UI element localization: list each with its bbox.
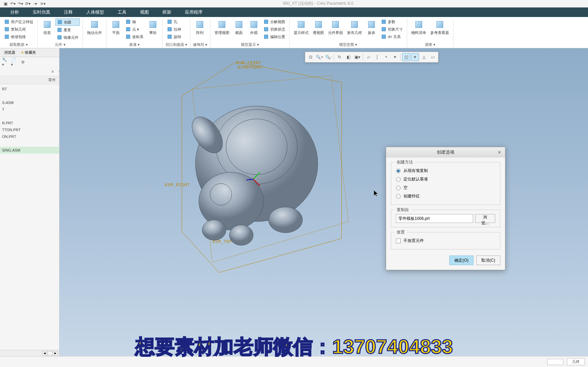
ribbon-group-label: 获取数据 ▾	[3, 41, 35, 47]
togstat-icon[interactable]: 切换状态	[262, 26, 287, 33]
repeat-icon[interactable]: 重复	[55, 27, 80, 33]
model-tree[interactable]: RTS.ASMTR.PRTTTON.PRTON.PRTSING.ASM	[0, 84, 59, 350]
ribbon-group: 物料清单参考查看器调查 ▾	[407, 18, 453, 47]
shrinkwrap-icon[interactable]: 收缩包络	[3, 33, 35, 40]
rel-icon[interactable]: d= 关系	[380, 33, 404, 40]
persp-icon[interactable]: 透视图	[311, 18, 325, 36]
create-icon[interactable]: 创建	[55, 18, 80, 26]
bom-icon[interactable]: 物料清单	[410, 18, 428, 36]
refit-icon[interactable]: ⊡	[307, 53, 315, 61]
extrude-icon[interactable]: 拉伸	[166, 26, 183, 33]
radio-option[interactable]: 从现有项复制	[396, 167, 495, 175]
scroll-right-icon[interactable]: ▶	[53, 351, 58, 356]
undo-icon[interactable]: ↶▾	[10, 1, 16, 6]
tab-favorites[interactable]: ★收藏夹	[19, 49, 38, 56]
tree-item[interactable]: TTON.PRT	[0, 126, 59, 133]
shading-icon[interactable]: ◧	[344, 53, 352, 61]
menu-annotate[interactable]: 注释	[57, 7, 80, 17]
tree-settings-icon[interactable]: ⚙	[20, 59, 26, 65]
tree-toolbar: 🔧▾ 📄▾ ⚙	[0, 57, 59, 67]
no-place-checkbox[interactable]: 不放置元件	[396, 237, 495, 245]
copy-geom-icon[interactable]: 复制几何	[3, 26, 35, 33]
datum-point-toggle-icon[interactable]: •	[382, 53, 390, 61]
datum-csys-toggle-icon[interactable]: ✦	[391, 53, 399, 61]
scroll-thumb[interactable]	[48, 351, 52, 356]
section-icon[interactable]: 截面	[232, 18, 246, 36]
close-icon[interactable]: ✕▾	[40, 1, 46, 6]
datum-label: ASM_FRONT	[236, 60, 261, 65]
datum-axis-toggle-icon[interactable]: │	[373, 53, 381, 61]
menu-apps[interactable]: 应用程序	[178, 7, 209, 17]
zoomin-icon[interactable]: 🔍+	[315, 53, 324, 61]
revolve-icon[interactable]: 旋转	[166, 33, 183, 40]
point-icon[interactable]: 点 ▾	[124, 26, 145, 33]
save-icon[interactable]: ▣	[3, 1, 8, 6]
tree-filter-icon[interactable]: 🔧▾	[2, 59, 8, 65]
viewmgr-icon[interactable]: 管理视图	[213, 18, 231, 36]
scroll-left-icon[interactable]: ◀	[42, 351, 47, 356]
status-blank	[547, 359, 564, 365]
csys-icon[interactable]: 坐标系	[124, 33, 145, 40]
feature-icon[interactable]: 用户定义特征	[3, 18, 35, 25]
regen-icon[interactable]: ⟳▾	[25, 1, 31, 6]
sketch-icon[interactable]: 草绘	[146, 18, 160, 36]
render-icon[interactable]: △	[420, 53, 428, 61]
dialog-close-icon[interactable]: ✕	[496, 149, 502, 155]
axis-icon[interactable]: 轴	[124, 18, 145, 25]
compif-icon[interactable]: 元件界面	[327, 18, 344, 36]
menu-view[interactable]: 视图	[133, 7, 156, 17]
tree-show-icon[interactable]: 📄▾	[11, 59, 17, 65]
zoomout-icon[interactable]: 🔍-	[324, 53, 332, 61]
param-icon[interactable]: 参数	[380, 18, 404, 25]
dialog-titlebar[interactable]: 创建选项 ✕	[386, 147, 505, 157]
assemble-icon[interactable]: 组装	[40, 18, 54, 36]
svg-point-9	[229, 225, 253, 245]
menu-tools[interactable]: 工具	[111, 7, 133, 17]
annot-toggle-icon[interactable]: ◫	[402, 53, 410, 61]
tree-item[interactable]: S.ASM	[0, 99, 59, 106]
tree-item[interactable]: T	[0, 106, 59, 113]
clear-search-icon[interactable]: ✕	[50, 69, 55, 74]
family-icon[interactable]: 族表	[365, 18, 378, 36]
windows-icon[interactable]: ▫▾	[33, 1, 38, 6]
tree-item[interactable]: SING.ASM	[0, 147, 59, 154]
savedview-icon[interactable]: ▣▾	[353, 53, 361, 61]
drag-icon[interactable]: 拖动元件	[86, 18, 103, 36]
plane-icon[interactable]: 平面	[109, 18, 123, 36]
expl-icon[interactable]: 分解视图	[262, 18, 287, 25]
refview-icon[interactable]: 参考查看器	[429, 18, 450, 36]
menu-analysis[interactable]: 分析	[3, 7, 26, 17]
datum-plane-toggle-icon[interactable]: ▱	[364, 53, 373, 61]
placement-group: 放置 不放置元件	[391, 232, 500, 249]
tree-search-input[interactable]	[2, 70, 49, 74]
cancel-button[interactable]: 取消(C)	[476, 256, 500, 265]
menu-simulate[interactable]: 实时仿真	[26, 7, 57, 17]
placement-legend: 放置	[395, 229, 407, 235]
pattern-icon[interactable]: 阵列	[193, 18, 207, 36]
tree-item[interactable]: R.PRT	[0, 120, 59, 126]
menu-manikin[interactable]: 人体模型	[80, 7, 111, 17]
ribbon-group: 阵列修饰符 ▾	[190, 18, 210, 47]
switchdim-icon[interactable]: 切换尺寸	[380, 26, 404, 33]
browse-button[interactable]: 浏览...	[475, 214, 495, 223]
radio-option[interactable]: 定位默认基准	[396, 175, 495, 184]
mirror-icon[interactable]: 镜像元件	[55, 34, 80, 41]
tree-item[interactable]: ON.PRT	[0, 133, 59, 140]
ok-button[interactable]: 确定(O)	[449, 256, 473, 265]
spin-center-icon[interactable]: ✦	[411, 53, 419, 61]
hole-icon[interactable]: 孔	[166, 18, 183, 25]
graphics-canvas[interactable]: ⊡ 🔍+ 🔍- ↻ ◧ ▣▾ ▱ │ • ✦ ◫ ✦ △ ▭ ASM_FRONT…	[59, 48, 588, 356]
template-path-input[interactable]	[396, 214, 473, 223]
editpos-icon[interactable]: 编辑位置	[262, 33, 287, 40]
tab-browser[interactable]: 浏览器	[1, 49, 17, 56]
tree-item[interactable]: RT	[0, 86, 59, 92]
menu-framework[interactable]: 框架	[156, 7, 178, 17]
repaint-icon[interactable]: ↻	[335, 53, 344, 61]
redo-icon[interactable]: ↷▾	[18, 1, 23, 6]
persp-toggle-icon[interactable]: ▭	[429, 53, 437, 61]
dispstyle-icon[interactable]: 显示样式	[292, 18, 310, 36]
appear-icon[interactable]: 外观	[247, 18, 261, 36]
pubgeom-icon[interactable]: 发布几何	[346, 18, 363, 36]
radio-option[interactable]: 创建特征	[396, 192, 495, 200]
radio-option[interactable]: 空	[396, 184, 495, 192]
